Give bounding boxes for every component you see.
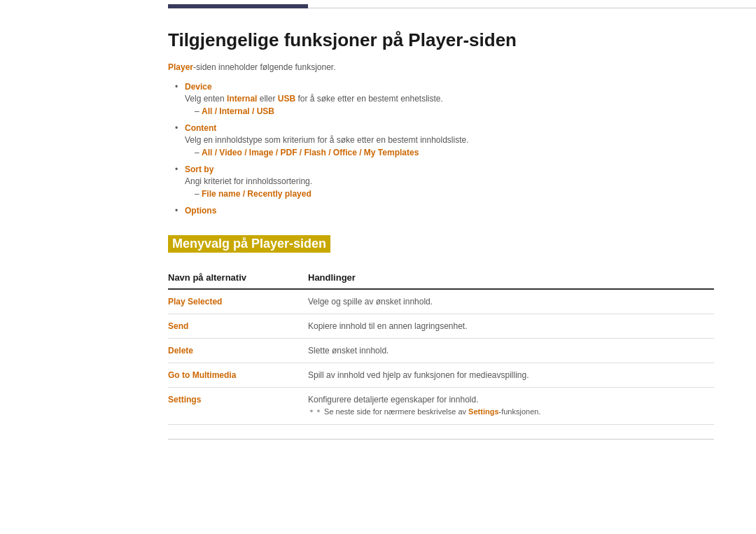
bullet-title-device: Device bbox=[185, 82, 212, 92]
settings-note: ＊＊ Se neste side for nærmere beskrivelse… bbox=[308, 407, 707, 417]
note-bold-settings: Settings bbox=[468, 407, 498, 416]
sortby-sub-links: File name / Recently played bbox=[202, 189, 312, 199]
device-sub-links: All / Internal / USB bbox=[202, 106, 274, 116]
menu-table: Navn på alternativ Handlinger Play Selec… bbox=[168, 267, 714, 425]
page-container: Tilgjengelige funksjoner på Player-siden… bbox=[0, 0, 756, 534]
table-row: Delete Slette ønsket innhold. bbox=[168, 339, 714, 363]
top-bar bbox=[0, 0, 756, 8]
row-name-settings: Settings bbox=[168, 388, 308, 425]
bullet-desc-content: Velg en innholdstype som kriterium for å… bbox=[185, 135, 714, 145]
device-usb: USB bbox=[278, 94, 295, 104]
bullet-list: Device Velg enten Internal eller USB for… bbox=[175, 82, 714, 216]
table-row: Go to Multimedia Spill av innhold ved hj… bbox=[168, 363, 714, 388]
table-header-row: Navn på alternativ Handlinger bbox=[168, 267, 714, 289]
row-name-send: Send bbox=[168, 314, 308, 339]
intro-text: Player-siden inneholder følgende funksjo… bbox=[168, 62, 714, 72]
bullet-title-content: Content bbox=[185, 123, 216, 133]
page-title: Tilgjengelige funksjoner på Player-siden bbox=[168, 29, 714, 51]
bullet-title-options: Options bbox=[185, 206, 216, 216]
bottom-divider bbox=[168, 439, 714, 440]
table-header: Navn på alternativ Handlinger bbox=[168, 267, 714, 289]
note-suffix: -funksjonen. bbox=[499, 407, 541, 416]
bullet-desc-sortby: Angi kriteriet for innholdssortering. bbox=[185, 176, 714, 186]
col1-header: Navn på alternativ bbox=[168, 267, 308, 289]
content-sub-links: All / Video / Image / PDF / Flash / Offi… bbox=[202, 148, 419, 157]
sortby-sub: File name / Recently played bbox=[195, 189, 714, 199]
row-name-go-to-multimedia: Go to Multimedia bbox=[168, 363, 308, 388]
settings-action-text: Konfigurere detaljerte egenskaper for in… bbox=[308, 395, 707, 405]
bullet-item-device: Device Velg enten Internal eller USB for… bbox=[175, 82, 714, 116]
row-name-delete: Delete bbox=[168, 339, 308, 363]
table-body: Play Selected Velge og spille av ønsket … bbox=[168, 289, 714, 425]
intro-suffix: -siden inneholder følgende funksjoner. bbox=[193, 62, 335, 72]
section-heading-wrapper: Menyvalg på Player-siden bbox=[168, 235, 714, 253]
table-row: Settings Konfigurere detaljerte egenskap… bbox=[168, 388, 714, 425]
note-prefix: Se neste side for nærmere beskrivelse av bbox=[324, 407, 468, 416]
section-heading: Menyvalg på Player-siden bbox=[168, 235, 330, 253]
main-content: Tilgjengelige funksjoner på Player-siden… bbox=[168, 8, 714, 468]
bullet-title-sortby: Sort by bbox=[185, 164, 214, 174]
row-action-settings: Konfigurere detaljerte egenskaper for in… bbox=[308, 388, 714, 425]
row-action-go-to-multimedia: Spill av innhold ved hjelp av funksjonen… bbox=[308, 363, 714, 388]
bullet-item-options: Options bbox=[175, 206, 714, 216]
table-row: Send Kopiere innhold til en annen lagrin… bbox=[168, 314, 714, 339]
bullet-desc-device: Velg enten Internal eller USB for å søke… bbox=[185, 94, 714, 104]
bullet-item-sortby: Sort by Angi kriteriet for innholdssorte… bbox=[175, 164, 714, 199]
row-name-play-selected: Play Selected bbox=[168, 289, 308, 314]
row-action-play-selected: Velge og spille av ønsket innhold. bbox=[308, 289, 714, 314]
table-row: Play Selected Velge og spille av ønsket … bbox=[168, 289, 714, 314]
intro-player-highlight: Player bbox=[168, 62, 193, 72]
col2-header: Handlinger bbox=[308, 267, 714, 289]
row-action-send: Kopiere innhold til en annen lagringsenh… bbox=[308, 314, 714, 339]
device-internal: Internal bbox=[227, 94, 257, 104]
device-sub: All / Internal / USB bbox=[195, 106, 714, 116]
content-sub: All / Video / Image / PDF / Flash / Offi… bbox=[195, 148, 714, 157]
row-action-delete: Slette ønsket innhold. bbox=[308, 339, 714, 363]
asterisk-icon: ＊＊ bbox=[308, 408, 322, 416]
bullet-item-content: Content Velg en innholdstype som kriteri… bbox=[175, 123, 714, 157]
